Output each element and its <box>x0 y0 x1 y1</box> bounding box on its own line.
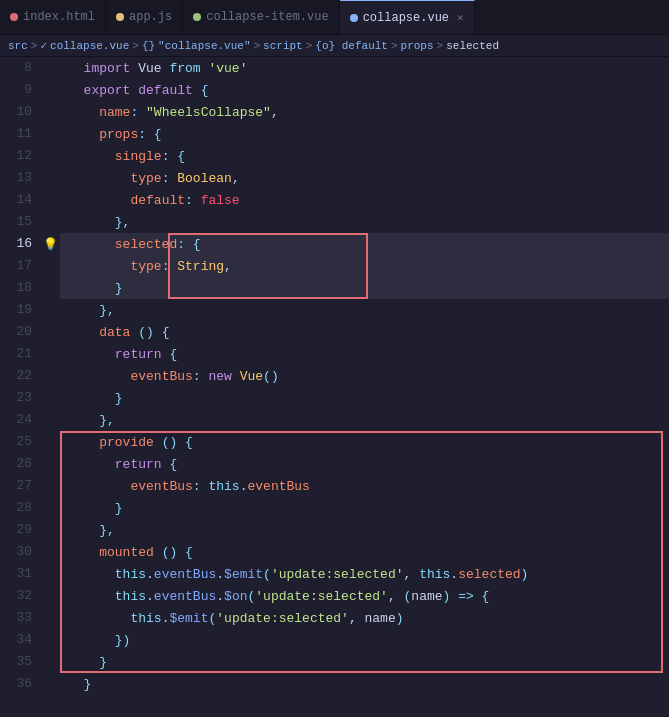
code-line-22: eventBus: new Vue() <box>60 365 669 387</box>
tab-label-collapse: collapse.vue <box>363 11 449 25</box>
code-line-15: }, <box>60 211 669 233</box>
code-line-25: provide () { <box>60 431 669 453</box>
code-line-27: eventBus: this.eventBus <box>60 475 669 497</box>
code-content: import Vue from 'vue' export default { n… <box>60 57 669 714</box>
code-line-19: }, <box>60 299 669 321</box>
tab-label-collapse-item: collapse-item.vue <box>206 10 328 24</box>
bc-selected[interactable]: selected <box>446 40 499 52</box>
code-line-10: name: "WheelsCollapse", <box>60 101 669 123</box>
bc-braces: {} <box>142 40 155 52</box>
code-line-20: data () { <box>60 321 669 343</box>
code-line-32: this.eventBus.$on('update:selected', (na… <box>60 585 669 607</box>
code-line-18: } <box>60 277 669 299</box>
code-line-24: }, <box>60 409 669 431</box>
editor: 8 9 10 11 12 13 14 15 16 17 18 19 20 21 … <box>0 57 669 714</box>
gutter-icons: 💡 <box>40 57 60 714</box>
code-line-14: default: false <box>60 189 669 211</box>
tab-label-appjs: app.js <box>129 10 172 24</box>
bc-props[interactable]: props <box>401 40 434 52</box>
code-line-23: } <box>60 387 669 409</box>
code-line-28: } <box>60 497 669 519</box>
code-line-11: props: { <box>60 123 669 145</box>
tab-label-index: index.html <box>23 10 95 24</box>
breadcrumb: src > ✓ collapse.vue > {} "collapse.vue"… <box>0 35 669 57</box>
code-line-8: import Vue from 'vue' <box>60 57 669 79</box>
code-line-13: type: Boolean, <box>60 167 669 189</box>
code-line-31: this.eventBus.$emit('update:selected', t… <box>60 563 669 585</box>
bc-script[interactable]: script <box>263 40 303 52</box>
code-line-29: }, <box>60 519 669 541</box>
bc-default[interactable]: {o} default <box>315 40 388 52</box>
code-line-16: selected: { <box>60 233 669 255</box>
bc-chevron: ✓ <box>40 39 47 52</box>
code-line-34: }) <box>60 629 669 651</box>
line-numbers-column: 8 9 10 11 12 13 14 15 16 17 18 19 20 21 … <box>0 57 40 714</box>
tab-collapse-item-vue[interactable]: collapse-item.vue <box>183 0 339 34</box>
tab-dot-vue-inactive <box>193 13 201 21</box>
tab-dot-vue-active <box>350 14 358 22</box>
tab-dot-html <box>10 13 18 21</box>
tab-dot-js <box>116 13 124 21</box>
code-line-21: return { <box>60 343 669 365</box>
code-line-35: } <box>60 651 669 673</box>
bc-file[interactable]: collapse.vue <box>50 40 129 52</box>
bc-src[interactable]: src <box>8 40 28 52</box>
code-line-9: export default { <box>60 79 669 101</box>
tab-collapse-vue[interactable]: collapse.vue ✕ <box>340 0 475 34</box>
tab-app-js[interactable]: app.js <box>106 0 183 34</box>
code-line-26: return { <box>60 453 669 475</box>
bulb-icon[interactable]: 💡 <box>40 233 60 255</box>
tab-close-icon[interactable]: ✕ <box>457 11 464 24</box>
code-line-36: } <box>60 673 669 695</box>
tab-bar: index.html app.js collapse-item.vue coll… <box>0 0 669 35</box>
code-line-17: type: String, <box>60 255 669 277</box>
bc-collapse-str[interactable]: "collapse.vue" <box>158 40 250 52</box>
tab-index-html[interactable]: index.html <box>0 0 106 34</box>
code-line-33: this.$emit('update:selected', name) <box>60 607 669 629</box>
code-line-12: single: { <box>60 145 669 167</box>
code-line-30: mounted () { <box>60 541 669 563</box>
